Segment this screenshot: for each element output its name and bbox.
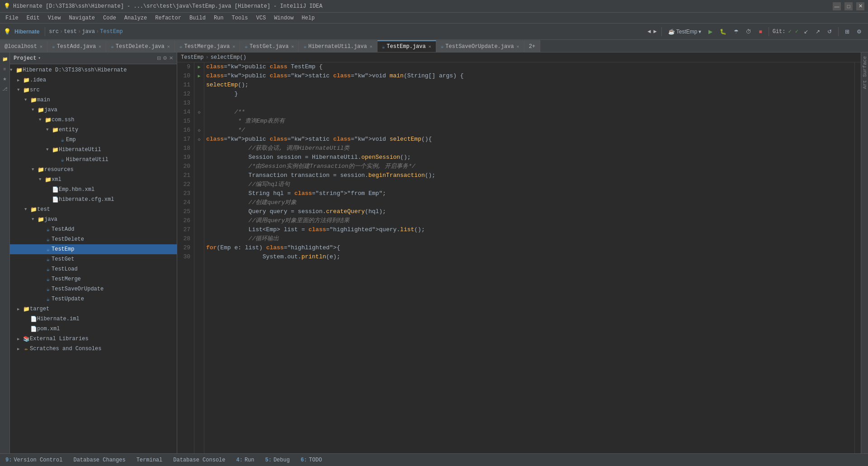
gear-icon[interactable]: ⚙ — [163, 55, 167, 61]
coverage-button[interactable]: ☂ — [731, 25, 741, 38]
git-toggle[interactable]: ⎇ — [0, 84, 9, 93]
breadcrumb-item-src[interactable]: src — [49, 29, 59, 35]
tree-item-java[interactable]: ▼📁java — [10, 214, 177, 224]
run-config-selector[interactable]: ☕ TestEmp ▾ — [665, 25, 704, 38]
tab-close-button[interactable]: ✕ — [517, 44, 519, 49]
tab-TestSaveOrUpdate-java[interactable]: ☕TestSaveOrUpdate.java✕ — [436, 40, 524, 52]
split-view-button[interactable]: ⊞ — [842, 25, 852, 38]
minimize-button[interactable]: — — [833, 2, 841, 10]
tab-close-button[interactable]: ✕ — [232, 44, 235, 49]
art-surface-label[interactable]: Art Surface — [861, 52, 868, 93]
code-content[interactable]: class="kw">public class TestEmp { class=… — [204, 62, 854, 453]
tree-item-TestMerge[interactable]: ☕TestMerge — [10, 274, 177, 284]
project-panel-toggle[interactable]: 📁 — [0, 54, 9, 63]
git-history-button[interactable]: ↺ — [825, 25, 835, 38]
tab-close-button[interactable]: ✕ — [167, 44, 170, 49]
breadcrumb-item-TestEmp[interactable]: TestEmp — [100, 29, 123, 35]
tree-item-com-ssh[interactable]: ▼📁com.ssh — [10, 115, 177, 125]
breadcrumb-item-java[interactable]: java — [82, 29, 95, 35]
tab-close-button[interactable]: ✕ — [291, 44, 294, 49]
bottom-tab-database-changes[interactable]: Database Changes — [71, 454, 127, 466]
menu-item-file[interactable]: File — [2, 14, 22, 22]
git-update-button[interactable]: ↙ — [801, 25, 811, 38]
menu-item-window[interactable]: Window — [270, 14, 297, 22]
close-panel-button[interactable]: ✕ — [169, 55, 173, 61]
stop-button[interactable]: ■ — [756, 25, 764, 38]
tree-item-Hibernate-D--3T138-ssh-Hibernate[interactable]: ▼📁Hibernate D:\3T138\ssh\Hibernate — [10, 65, 177, 75]
tree-item-java[interactable]: ▼📁java — [10, 105, 177, 115]
tree-item-resources[interactable]: ▼📁resources — [10, 165, 177, 175]
tree-item-hibernate-cfg-xml[interactable]: 📄hibernate.cfg.xml — [10, 195, 177, 204]
tab-close-button[interactable]: ✕ — [99, 44, 101, 49]
favorites-toggle[interactable]: ★ — [0, 74, 9, 83]
bottom-tab-todo[interactable]: 6: TODO — [299, 454, 324, 466]
bottom-tab-version-control[interactable]: 9: Version Control — [4, 454, 64, 466]
menu-item-help[interactable]: Help — [298, 14, 318, 22]
tree-item-pom-xml[interactable]: 📄pom.xml — [10, 324, 177, 334]
tab-close-button[interactable]: ✕ — [370, 44, 373, 49]
menu-item-navigate[interactable]: Navigate — [65, 14, 99, 22]
tree-item-TestEmp[interactable]: ☕TestEmp — [10, 244, 177, 254]
tree-item-target[interactable]: ▶📁target — [10, 304, 177, 314]
tree-item-HibernateUtil[interactable]: ☕HibernateUtil — [10, 155, 177, 165]
menu-item-build[interactable]: Build — [186, 14, 209, 22]
tree-item-Emp-hbn-xml[interactable]: 📄Emp.hbn.xml — [10, 185, 177, 195]
tab--localhost[interactable]: @localhost✕ — [0, 40, 47, 52]
close-button[interactable]: ✕ — [856, 2, 864, 10]
tree-item-Scratches-and-Consoles[interactable]: ▶✏️Scratches and Consoles — [10, 344, 177, 354]
maximize-button[interactable]: □ — [844, 2, 853, 10]
menu-item-vcs[interactable]: VCS — [253, 14, 270, 22]
tree-item-src[interactable]: ▼📁src — [10, 85, 177, 95]
tree-item-TestLoad[interactable]: ☕TestLoad — [10, 264, 177, 274]
run-button[interactable]: ▶ — [706, 25, 715, 38]
breadcrumb-item-test[interactable]: test — [64, 29, 77, 35]
menu-item-run[interactable]: Run — [210, 14, 227, 22]
tree-item-TestSaveOrUpdate[interactable]: ☕TestSaveOrUpdate — [10, 284, 177, 294]
profile-button[interactable]: ⏱ — [743, 25, 754, 38]
tree-item-xml[interactable]: ▼📁xml — [10, 175, 177, 185]
tree-item-HibernateUtil[interactable]: ▼📁HibernateUtil — [10, 145, 177, 155]
tree-item-TestAdd[interactable]: ☕TestAdd — [10, 224, 177, 234]
menu-item-tools[interactable]: Tools — [228, 14, 252, 22]
settings-button[interactable]: ⚙ — [854, 25, 864, 38]
menu-item-view[interactable]: View — [44, 14, 65, 22]
bottom-tab-debug[interactable]: 5: Debug — [264, 454, 292, 466]
tree-item-TestDelete[interactable]: ☕TestDelete — [10, 234, 177, 244]
bottom-tab-database-console[interactable]: Database Console — [171, 454, 227, 466]
tab-TestDelete-java[interactable]: ☕TestDelete.java✕ — [106, 40, 175, 52]
menu-item-code[interactable]: Code — [99, 14, 120, 22]
collapse-all-button[interactable]: ⊟ — [157, 55, 161, 61]
tab-TestGet-java[interactable]: ☕TestGet.java✕ — [240, 40, 299, 52]
tab-2-[interactable]: 2+ — [524, 40, 540, 52]
tab-TestEmp-java[interactable]: ☕TestEmp.java✕ — [377, 40, 436, 52]
editor-breadcrumb-item-TestEmp[interactable]: TestEmp — [181, 54, 203, 61]
tab-close-button[interactable]: ✕ — [40, 44, 42, 49]
tree-item-External-Libraries[interactable]: ▶📚External Libraries — [10, 334, 177, 344]
git-push-button[interactable]: ↗ — [813, 25, 823, 38]
tab-TestMerge-java[interactable]: ☕TestMerge.java✕ — [175, 40, 240, 52]
tree-item-main[interactable]: ▼📁main — [10, 95, 177, 105]
tree-item--idea[interactable]: ▶📁.idea — [10, 75, 177, 85]
tree-item-Emp[interactable]: ☕Emp — [10, 135, 177, 145]
debug-button[interactable]: 🐛 — [717, 25, 729, 38]
tree-item-TestGet[interactable]: ☕TestGet — [10, 254, 177, 264]
editor-breadcrumb-item-selectEmp()[interactable]: selectEmp() — [211, 54, 246, 61]
tree-item-TestUpdate[interactable]: ☕TestUpdate — [10, 294, 177, 304]
toolbar-forward-icon[interactable]: ▶ — [654, 28, 657, 35]
toolbar-project-label[interactable]: Hibernate — [13, 29, 41, 35]
bottom-tab-run[interactable]: 4: Run — [234, 454, 256, 466]
menu-item-refactor[interactable]: Refactor — [151, 14, 185, 22]
toolbar-back-icon[interactable]: ◀ — [647, 28, 651, 35]
tree-item-entity[interactable]: ▼📁entity — [10, 125, 177, 135]
tab-close-button[interactable]: ✕ — [429, 44, 431, 49]
right-scrollbar[interactable] — [854, 62, 861, 453]
tree-item-test[interactable]: ▼📁test — [10, 204, 177, 214]
structure-toggle[interactable]: ≡ — [0, 64, 9, 73]
menu-item-edit[interactable]: Edit — [23, 14, 43, 22]
tree-item-Hibernate-iml[interactable]: 📄Hibernate.iml — [10, 314, 177, 324]
bottom-tab-terminal[interactable]: Terminal — [135, 454, 165, 466]
code-scroll[interactable]: 9101112131415161718192021222324252627282… — [177, 62, 861, 453]
tab-TestAdd-java[interactable]: ☕TestAdd.java✕ — [47, 40, 106, 52]
tab-HibernateUtil-java[interactable]: ☕HibernateUtil.java✕ — [299, 40, 377, 52]
menu-item-analyze[interactable]: Analyze — [121, 14, 151, 22]
